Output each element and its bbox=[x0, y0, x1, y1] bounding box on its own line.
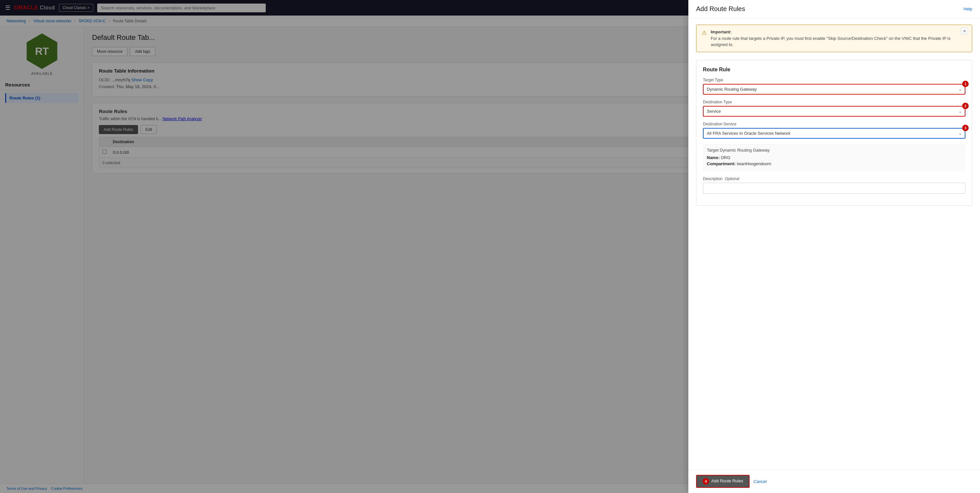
modal-footer: 4 Add Route Rules Cancel bbox=[688, 469, 980, 493]
destination-service-label: Destination Service bbox=[703, 122, 966, 126]
target-drg-info: Target Dynamic Routing Gateway Name: DRG… bbox=[703, 144, 966, 171]
drg-compartment-label: Compartment: bbox=[707, 161, 736, 166]
modal-overlay: Add Route Rules Help ⚠ Important: For a … bbox=[0, 0, 980, 493]
drg-name-value: DRG bbox=[721, 155, 730, 160]
help-widget[interactable]: ⊞ bbox=[961, 27, 968, 34]
important-banner: ⚠ Important: For a route rule that targe… bbox=[696, 25, 972, 52]
add-route-rules-modal: Add Route Rules Help ⚠ Important: For a … bbox=[688, 0, 980, 493]
description-label: Description Optional bbox=[703, 176, 966, 181]
badge-2: 2 bbox=[962, 103, 969, 109]
drg-compartment-value: IwanHoogendoorn bbox=[737, 161, 771, 166]
modal-title: Add Route Rules bbox=[696, 5, 745, 13]
destination-service-group: Destination Service All FRA Services In … bbox=[703, 122, 966, 139]
important-banner-text: Important: For a route rule that targets… bbox=[711, 29, 967, 48]
description-optional: Optional bbox=[725, 176, 739, 181]
modal-body: ⚠ Important: For a route rule that targe… bbox=[688, 18, 980, 469]
description-group: Description Optional bbox=[703, 176, 966, 194]
target-drg-title: Target Dynamic Routing Gateway bbox=[707, 148, 961, 152]
warning-icon: ⚠ bbox=[702, 29, 707, 36]
route-rule-box: Route Rule Target Type Dynamic Routing G… bbox=[696, 60, 972, 206]
description-input[interactable] bbox=[703, 183, 966, 194]
badge-3: 3 bbox=[962, 125, 969, 131]
important-text: For a route rule that targets a Private … bbox=[711, 36, 950, 47]
drg-compartment-row: Compartment: IwanHoogendoorn bbox=[707, 161, 961, 166]
badge-1: 1 bbox=[962, 81, 969, 87]
badge-4: 4 bbox=[703, 478, 709, 485]
destination-type-label: Destination Type bbox=[703, 100, 966, 104]
drg-name-row: Name: DRG bbox=[707, 155, 961, 160]
destination-service-wrapper: All FRA Services In Oracle Services Netw… bbox=[703, 128, 966, 139]
target-type-wrapper: Dynamic Routing Gateway 1 bbox=[703, 84, 966, 95]
modal-add-route-rules-button[interactable]: 4 Add Route Rules bbox=[696, 475, 749, 488]
important-title: Important: bbox=[711, 30, 732, 34]
destination-type-select[interactable]: Service bbox=[703, 106, 966, 117]
destination-type-wrapper: Service 2 bbox=[703, 106, 966, 117]
route-rule-title: Route Rule bbox=[703, 67, 966, 73]
target-type-group: Target Type Dynamic Routing Gateway 1 bbox=[703, 78, 966, 95]
destination-service-select[interactable]: All FRA Services In Oracle Services Netw… bbox=[703, 128, 966, 139]
drg-name-label: Name: bbox=[707, 155, 720, 160]
target-type-label: Target Type bbox=[703, 78, 966, 82]
modal-header: Add Route Rules Help bbox=[688, 0, 980, 18]
modal-help-link[interactable]: Help bbox=[964, 6, 972, 11]
destination-type-group: Destination Type Service 2 bbox=[703, 100, 966, 117]
target-type-select[interactable]: Dynamic Routing Gateway bbox=[703, 84, 966, 95]
modal-cancel-button[interactable]: Cancel bbox=[754, 479, 767, 484]
